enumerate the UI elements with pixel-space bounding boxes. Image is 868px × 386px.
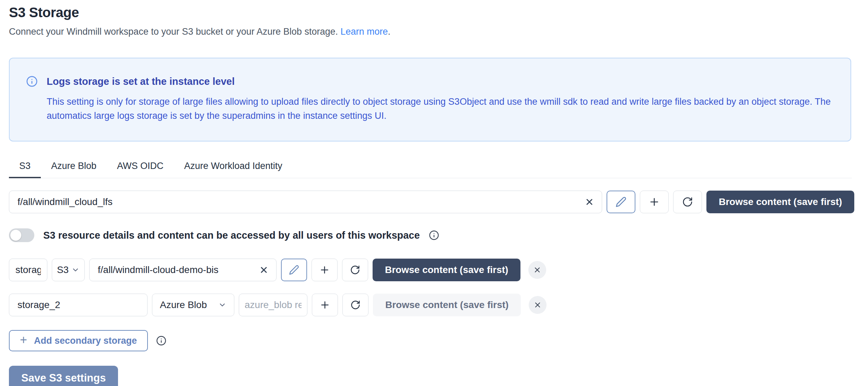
alert-header: Logs storage is set at the instance leve… bbox=[26, 76, 834, 87]
tab-s3[interactable]: S3 bbox=[9, 161, 41, 178]
share-toggle-row: S3 resource details and content can be a… bbox=[9, 228, 868, 242]
close-icon bbox=[533, 301, 542, 309]
alert-body: This setting is only for storage of larg… bbox=[47, 95, 834, 123]
secondary-storage-row-1: S3 bbox=[9, 259, 868, 281]
plus-icon bbox=[319, 264, 330, 275]
remove-secondary1-button[interactable] bbox=[528, 261, 546, 279]
close-icon bbox=[533, 266, 541, 274]
tab-aws-oidc[interactable]: AWS OIDC bbox=[107, 161, 174, 178]
secondary2-resource-field-wrap bbox=[239, 294, 307, 316]
secondary2-name-field-wrap bbox=[9, 294, 148, 316]
subtitle-period: . bbox=[388, 26, 391, 37]
toggle-knob bbox=[10, 230, 21, 241]
plus-icon: + bbox=[20, 334, 27, 346]
secondary-storage-row-2: Azure Blob Bro bbox=[9, 294, 868, 316]
secondary1-type-select[interactable]: S3 bbox=[52, 259, 85, 281]
browse-secondary1-content-button[interactable]: Browse content (save first) bbox=[373, 259, 520, 281]
add-secondary-info-icon[interactable] bbox=[156, 336, 166, 346]
browse-secondary2-content-button[interactable]: Browse content (save first) bbox=[373, 294, 521, 316]
secondary1-resource-input[interactable] bbox=[89, 259, 277, 281]
plus-icon bbox=[648, 196, 660, 208]
pencil-icon bbox=[615, 196, 626, 207]
primary-resource-field-wrap bbox=[9, 191, 602, 213]
edit-primary-resource-button[interactable] bbox=[607, 191, 635, 213]
chevron-down-icon bbox=[218, 301, 226, 309]
share-toggle-label: S3 resource details and content can be a… bbox=[43, 230, 420, 241]
create-secondary1-resource-button[interactable] bbox=[312, 259, 338, 281]
logs-storage-alert: Logs storage is set at the instance leve… bbox=[9, 58, 851, 141]
secondary1-type-value: S3 bbox=[57, 264, 69, 275]
info-icon bbox=[26, 76, 38, 87]
add-secondary-storage-button[interactable]: + Add secondary storage bbox=[9, 330, 148, 351]
browse-primary-content-button[interactable]: Browse content (save first) bbox=[706, 191, 854, 213]
storage-tabs: S3 Azure Blob AWS OIDC Azure Workload Id… bbox=[9, 161, 852, 178]
page-title: S3 Storage bbox=[9, 5, 868, 20]
tab-azure-blob[interactable]: Azure Blob bbox=[41, 161, 107, 178]
refresh-secondary1-resource-button[interactable] bbox=[342, 259, 368, 281]
refresh-icon bbox=[682, 196, 693, 207]
subtitle-text: Connect your Windmill workspace to your … bbox=[9, 26, 338, 37]
s3-storage-settings-page: S3 Storage Connect your Windmill workspa… bbox=[0, 0, 868, 386]
create-secondary2-resource-button[interactable] bbox=[312, 294, 338, 316]
save-s3-settings-button[interactable]: Save S3 settings bbox=[9, 366, 118, 386]
alert-title: Logs storage is set at the instance leve… bbox=[47, 76, 235, 87]
refresh-icon bbox=[350, 300, 361, 310]
secondary2-type-select[interactable]: Azure Blob bbox=[152, 294, 234, 316]
primary-storage-row: Browse content (save first) bbox=[9, 191, 868, 213]
page-subtitle: Connect your Windmill workspace to your … bbox=[9, 26, 868, 37]
secondary2-type-value: Azure Blob bbox=[160, 299, 207, 310]
clear-secondary1-resource-icon[interactable] bbox=[259, 265, 269, 275]
primary-resource-input[interactable] bbox=[9, 191, 602, 213]
learn-more-link[interactable]: Learn more bbox=[340, 26, 388, 37]
share-toggle-switch[interactable] bbox=[9, 228, 34, 242]
secondary2-name-input[interactable] bbox=[9, 294, 148, 316]
tab-azure-workload-identity[interactable]: Azure Workload Identity bbox=[174, 161, 293, 178]
secondary1-resource-field-wrap bbox=[89, 259, 277, 281]
secondary1-name-field-wrap bbox=[9, 259, 47, 281]
clear-primary-resource-icon[interactable] bbox=[584, 197, 595, 207]
refresh-icon bbox=[350, 265, 360, 275]
remove-secondary2-button[interactable] bbox=[529, 296, 547, 314]
secondary2-resource-input[interactable] bbox=[239, 294, 307, 316]
edit-secondary1-resource-button[interactable] bbox=[281, 259, 307, 281]
chevron-down-icon bbox=[71, 266, 80, 274]
plus-icon bbox=[319, 299, 330, 310]
pencil-icon bbox=[289, 265, 299, 275]
refresh-secondary2-resource-button[interactable] bbox=[342, 294, 368, 316]
secondary1-name-input[interactable] bbox=[9, 259, 47, 281]
share-info-icon[interactable] bbox=[429, 230, 439, 240]
add-secondary-row: + Add secondary storage bbox=[9, 330, 868, 351]
refresh-primary-resource-button[interactable] bbox=[673, 191, 702, 213]
create-primary-resource-button[interactable] bbox=[640, 191, 669, 213]
add-secondary-label: Add secondary storage bbox=[34, 336, 137, 346]
